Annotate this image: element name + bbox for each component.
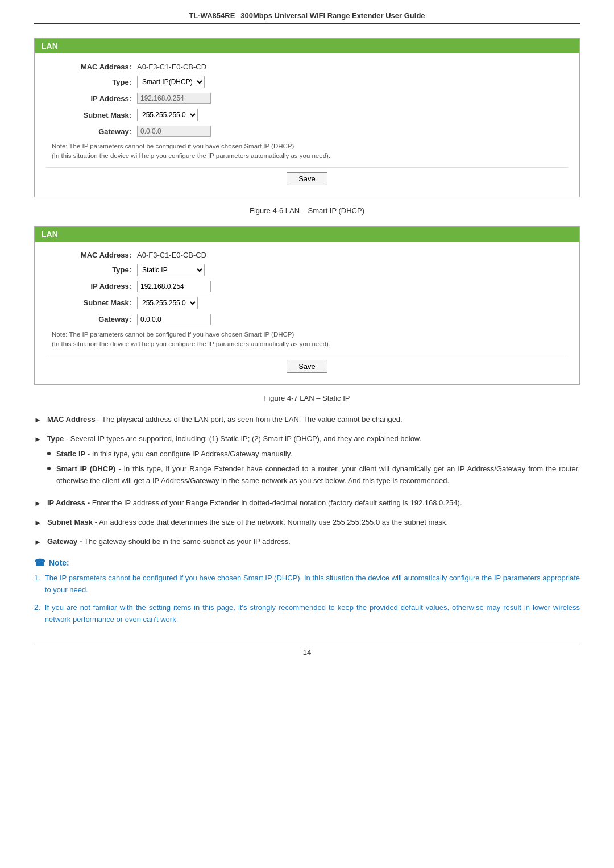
arrow-icon-mac: ►	[34, 414, 42, 426]
document-title: 300Mbps Universal WiFi Range Extender Us…	[240, 11, 425, 20]
mac-label-2: MAC Address:	[46, 251, 137, 259]
bullet-subnet-desc: An address code that determines the size…	[99, 518, 448, 526]
gateway-row-1: Gateway:	[46, 126, 568, 137]
lan-box-dhcp: LAN MAC Address: A0-F3-C1-E0-CB-CD Type:…	[34, 38, 580, 197]
gateway-input-1[interactable]	[137, 126, 211, 137]
save-button-1[interactable]: Save	[287, 172, 327, 185]
note-item-1: 1. The IP parameters cannot be configure…	[34, 572, 580, 596]
bullet-type-bold: Type	[47, 434, 64, 443]
type-row-2: Type: Static IP Smart IP(DHCP)	[46, 264, 568, 276]
bullet-ip-bold: IP Address -	[47, 499, 90, 507]
sub-bullet-dhcp-text: Smart IP (DHCP) - In this type, if your …	[56, 463, 580, 487]
bullet-gateway-text: Gateway - The gateway should be in the s…	[47, 536, 580, 548]
lan-body-dhcp: MAC Address: A0-F3-C1-E0-CB-CD Type: Sma…	[35, 53, 579, 197]
lan-body-static: MAC Address: A0-F3-C1-E0-CB-CD Type: Sta…	[35, 242, 579, 385]
bullet-ip-desc: Enter the IP address of your Range Exten…	[92, 499, 462, 507]
bullet-subnet-text: Subnet Mask - An address code that deter…	[47, 517, 580, 529]
note-text-2: If you are not familiar with the setting…	[45, 602, 580, 626]
note-title-text: Note:	[49, 558, 69, 567]
subnet-label-1: Subnet Mask:	[46, 111, 137, 119]
note-section: ☎ Note: 1. The IP parameters cannot be c…	[34, 557, 580, 625]
lan-header-dhcp: LAN	[35, 39, 579, 53]
subnet-select-2[interactable]: 255.255.255.0	[137, 297, 198, 309]
bullet-type-desc: - Several IP types are supported, includ…	[66, 434, 421, 443]
bullet-mac-desc: - The physical address of the LAN port, …	[97, 415, 402, 423]
bullet-gateway-bold: Gateway -	[47, 537, 82, 546]
type-select-1[interactable]: Smart IP(DHCP) Static IP	[137, 76, 205, 88]
gateway-row-2: Gateway:	[46, 314, 568, 325]
figure1-caption: Figure 4-6 LAN – Smart IP (DHCP)	[34, 206, 580, 215]
sub-bullet-dhcp: Smart IP (DHCP) - In this type, if your …	[47, 463, 580, 487]
ip-input-2[interactable]	[137, 281, 211, 292]
description-section: ► MAC Address - The physical address of …	[34, 414, 580, 548]
model-name: TL-WA854RE	[189, 11, 235, 20]
subnet-row-1: Subnet Mask: 255.255.255.0	[46, 109, 568, 121]
bullet-subnet-bold: Subnet Mask -	[47, 518, 97, 526]
arrow-icon-gateway: ►	[34, 537, 42, 549]
form-note-1: Note: The IP parameters cannot be config…	[46, 142, 568, 161]
page-footer: 14	[34, 643, 580, 657]
gateway-input-2[interactable]	[137, 314, 211, 325]
gateway-label-2: Gateway:	[46, 315, 137, 323]
lan-header-static: LAN	[35, 227, 579, 242]
save-row-2: Save	[46, 355, 568, 375]
sub-bullet-static: Static IP - In this type, you can config…	[47, 448, 580, 460]
note-num-2: 2.	[34, 602, 40, 614]
ip-row-1: IP Address:	[46, 93, 568, 104]
note-title: ☎ Note:	[34, 557, 580, 568]
bullet-subnet: ► Subnet Mask - An address code that det…	[34, 517, 580, 529]
note-item-2: 2. If you are not familiar with the sett…	[34, 602, 580, 626]
save-button-2[interactable]: Save	[287, 360, 327, 373]
type-row-1: Type: Smart IP(DHCP) Static IP	[46, 76, 568, 88]
dot-icon-dhcp	[47, 467, 51, 470]
type-label-2: Type:	[46, 265, 137, 274]
bullet-gateway-desc: The gateway should be in the same subnet…	[84, 537, 291, 546]
subnet-label-2: Subnet Mask:	[46, 298, 137, 307]
note-num-1: 1.	[34, 572, 40, 584]
mac-row-1: MAC Address: A0-F3-C1-E0-CB-CD	[46, 63, 568, 71]
note-icon: ☎	[34, 557, 45, 568]
ip-input-1[interactable]	[137, 93, 211, 104]
bullet-type-text: Type - Several IP types are supported, i…	[47, 433, 580, 491]
bullet-gateway: ► Gateway - The gateway should be in the…	[34, 536, 580, 549]
gateway-label-1: Gateway:	[46, 127, 137, 136]
mac-label-1: MAC Address:	[46, 63, 137, 71]
bullet-ip-text: IP Address - Enter the IP address of you…	[47, 497, 580, 509]
ip-label-1: IP Address:	[46, 94, 137, 103]
mac-value-2: A0-F3-C1-E0-CB-CD	[137, 251, 206, 259]
note-text-1: The IP parameters cannot be configured i…	[45, 572, 580, 596]
lan-box-static: LAN MAC Address: A0-F3-C1-E0-CB-CD Type:…	[34, 226, 580, 385]
form-note-2: Note: The IP parameters cannot be config…	[46, 330, 568, 350]
page-header: TL-WA854RE 300Mbps Universal WiFi Range …	[34, 11, 580, 24]
arrow-icon-ip: ►	[34, 498, 42, 510]
figure2-caption: Figure 4-7 LAN – Static IP	[34, 394, 580, 402]
page-number: 14	[303, 648, 311, 657]
sub-bullet-list: Static IP - In this type, you can config…	[47, 448, 580, 487]
bullet-mac-text: MAC Address - The physical address of th…	[47, 414, 580, 426]
arrow-icon-type: ►	[34, 434, 42, 446]
dot-icon-static	[47, 452, 51, 455]
bullet-ip: ► IP Address - Enter the IP address of y…	[34, 497, 580, 510]
save-row-1: Save	[46, 167, 568, 188]
sub-bullet-static-text: Static IP - In this type, you can config…	[56, 448, 292, 460]
bullet-type: ► Type - Several IP types are supported,…	[34, 433, 580, 491]
subnet-row-2: Subnet Mask: 255.255.255.0	[46, 297, 568, 309]
subnet-select-1[interactable]: 255.255.255.0	[137, 109, 198, 121]
ip-row-2: IP Address:	[46, 281, 568, 292]
type-label-1: Type:	[46, 78, 137, 86]
ip-label-2: IP Address:	[46, 282, 137, 290]
type-select-2[interactable]: Static IP Smart IP(DHCP)	[137, 264, 205, 276]
bullet-mac-bold: MAC Address	[47, 415, 96, 423]
arrow-icon-subnet: ►	[34, 517, 42, 529]
mac-row-2: MAC Address: A0-F3-C1-E0-CB-CD	[46, 251, 568, 259]
bullet-mac: ► MAC Address - The physical address of …	[34, 414, 580, 426]
mac-value-1: A0-F3-C1-E0-CB-CD	[137, 63, 206, 71]
